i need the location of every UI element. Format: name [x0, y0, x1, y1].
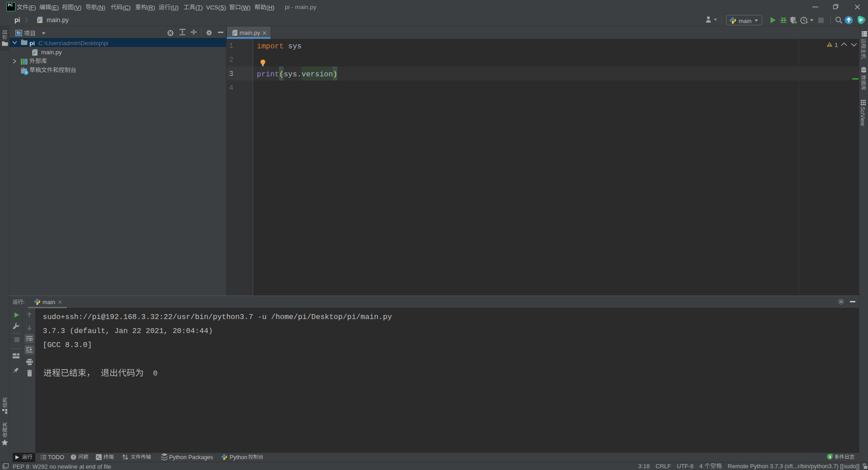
svg-text:3: 3	[829, 455, 831, 459]
